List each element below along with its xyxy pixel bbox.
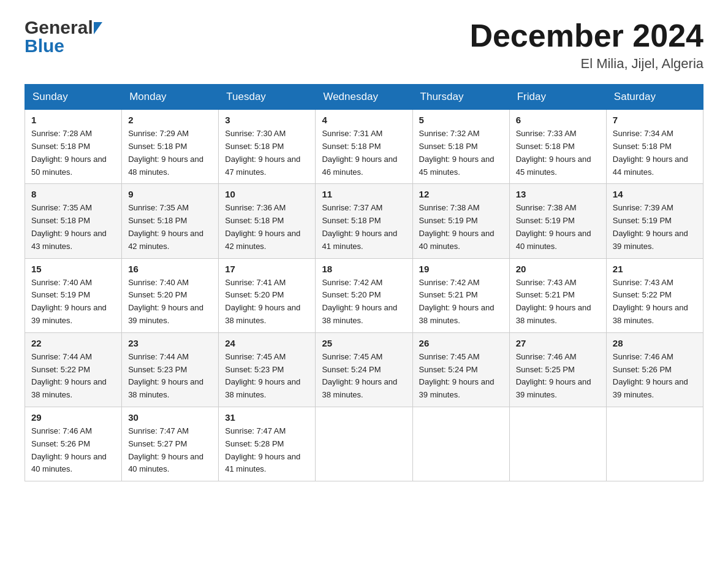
day-number: 4 (322, 115, 406, 125)
day-number: 17 (225, 264, 309, 274)
logo: General Blue (25, 18, 103, 55)
calendar-table: SundayMondayTuesdayWednesdayThursdayFrid… (25, 84, 703, 481)
day-info: Sunrise: 7:44 AMSunset: 5:23 PMDaylight:… (128, 352, 203, 399)
day-info: Sunrise: 7:45 AMSunset: 5:24 PMDaylight:… (419, 352, 495, 399)
day-header-monday: Monday (122, 85, 219, 110)
day-header-sunday: Sunday (25, 85, 122, 110)
calendar-cell: 9 Sunrise: 7:35 AMSunset: 5:18 PMDayligh… (122, 184, 219, 258)
calendar-cell: 20 Sunrise: 7:43 AMSunset: 5:21 PMDaylig… (509, 258, 606, 332)
day-info: Sunrise: 7:29 AMSunset: 5:18 PMDaylight:… (128, 129, 203, 176)
calendar-cell: 28 Sunrise: 7:46 AMSunset: 5:26 PMDaylig… (606, 332, 703, 407)
day-number: 23 (128, 338, 212, 348)
calendar-cell: 23 Sunrise: 7:44 AMSunset: 5:23 PMDaylig… (122, 332, 219, 407)
day-number: 22 (31, 338, 115, 348)
calendar-cell: 26 Sunrise: 7:45 AMSunset: 5:24 PMDaylig… (412, 332, 509, 407)
day-info: Sunrise: 7:42 AMSunset: 5:20 PMDaylight:… (322, 278, 397, 325)
calendar-cell: 15 Sunrise: 7:40 AMSunset: 5:19 PMDaylig… (25, 258, 122, 332)
calendar-cell (509, 407, 606, 481)
day-info: Sunrise: 7:28 AMSunset: 5:18 PMDaylight:… (31, 129, 107, 176)
day-info: Sunrise: 7:33 AMSunset: 5:18 PMDaylight:… (516, 129, 591, 176)
day-info: Sunrise: 7:32 AMSunset: 5:18 PMDaylight:… (419, 129, 495, 176)
day-header-friday: Friday (509, 85, 606, 110)
day-number: 5 (419, 115, 503, 125)
day-info: Sunrise: 7:41 AMSunset: 5:20 PMDaylight:… (225, 278, 300, 325)
calendar-cell: 4 Sunrise: 7:31 AMSunset: 5:18 PMDayligh… (316, 110, 412, 184)
day-number: 31 (225, 412, 309, 423)
calendar-cell: 11 Sunrise: 7:37 AMSunset: 5:18 PMDaylig… (316, 184, 412, 258)
calendar-week-row: 15 Sunrise: 7:40 AMSunset: 5:19 PMDaylig… (25, 258, 703, 332)
day-number: 10 (225, 189, 309, 199)
day-info: Sunrise: 7:38 AMSunset: 5:19 PMDaylight:… (516, 203, 591, 250)
day-number: 27 (516, 338, 600, 348)
page-header: General Blue December 2024 El Milia, Jij… (25, 18, 703, 72)
day-info: Sunrise: 7:39 AMSunset: 5:19 PMDaylight:… (613, 203, 688, 250)
day-number: 30 (128, 412, 212, 423)
calendar-cell: 6 Sunrise: 7:33 AMSunset: 5:18 PMDayligh… (509, 110, 606, 184)
day-info: Sunrise: 7:43 AMSunset: 5:21 PMDaylight:… (516, 278, 591, 325)
day-header-wednesday: Wednesday (316, 85, 412, 110)
day-number: 24 (225, 338, 309, 348)
month-title: December 2024 (469, 18, 703, 53)
day-header-tuesday: Tuesday (219, 85, 316, 110)
day-number: 12 (419, 189, 503, 199)
calendar-cell: 1 Sunrise: 7:28 AMSunset: 5:18 PMDayligh… (25, 110, 122, 184)
day-number: 13 (516, 189, 600, 199)
day-info: Sunrise: 7:46 AMSunset: 5:26 PMDaylight:… (613, 352, 688, 399)
day-number: 7 (613, 115, 697, 125)
calendar-cell: 3 Sunrise: 7:30 AMSunset: 5:18 PMDayligh… (219, 110, 316, 184)
day-info: Sunrise: 7:45 AMSunset: 5:24 PMDaylight:… (322, 352, 397, 399)
calendar-cell: 17 Sunrise: 7:41 AMSunset: 5:20 PMDaylig… (219, 258, 316, 332)
calendar-cell: 10 Sunrise: 7:36 AMSunset: 5:18 PMDaylig… (219, 184, 316, 258)
day-number: 2 (128, 115, 212, 125)
day-info: Sunrise: 7:47 AMSunset: 5:27 PMDaylight:… (128, 426, 203, 473)
calendar-cell: 25 Sunrise: 7:45 AMSunset: 5:24 PMDaylig… (316, 332, 412, 407)
day-info: Sunrise: 7:35 AMSunset: 5:18 PMDaylight:… (31, 203, 107, 250)
day-info: Sunrise: 7:42 AMSunset: 5:21 PMDaylight:… (419, 278, 495, 325)
day-number: 18 (322, 264, 406, 274)
calendar-cell: 14 Sunrise: 7:39 AMSunset: 5:19 PMDaylig… (606, 184, 703, 258)
day-info: Sunrise: 7:46 AMSunset: 5:25 PMDaylight:… (516, 352, 591, 399)
day-header-thursday: Thursday (412, 85, 509, 110)
calendar-cell: 29 Sunrise: 7:46 AMSunset: 5:26 PMDaylig… (25, 407, 122, 481)
day-info: Sunrise: 7:35 AMSunset: 5:18 PMDaylight:… (128, 203, 203, 250)
location: El Milia, Jijel, Algeria (469, 56, 703, 72)
calendar-cell (606, 407, 703, 481)
calendar-week-row: 1 Sunrise: 7:28 AMSunset: 5:18 PMDayligh… (25, 110, 703, 184)
day-number: 9 (128, 189, 212, 199)
day-number: 3 (225, 115, 309, 125)
day-number: 1 (31, 115, 115, 125)
calendar-cell: 24 Sunrise: 7:45 AMSunset: 5:23 PMDaylig… (219, 332, 316, 407)
day-info: Sunrise: 7:36 AMSunset: 5:18 PMDaylight:… (225, 203, 300, 250)
day-number: 11 (322, 189, 406, 199)
day-header-saturday: Saturday (606, 85, 703, 110)
calendar-cell: 13 Sunrise: 7:38 AMSunset: 5:19 PMDaylig… (509, 184, 606, 258)
day-number: 6 (516, 115, 600, 125)
day-info: Sunrise: 7:46 AMSunset: 5:26 PMDaylight:… (31, 426, 107, 473)
day-number: 26 (419, 338, 503, 348)
logo-general: General (25, 18, 93, 37)
calendar-header-row: SundayMondayTuesdayWednesdayThursdayFrid… (25, 85, 703, 110)
calendar-cell: 7 Sunrise: 7:34 AMSunset: 5:18 PMDayligh… (606, 110, 703, 184)
day-info: Sunrise: 7:30 AMSunset: 5:18 PMDaylight:… (225, 129, 300, 176)
title-section: December 2024 El Milia, Jijel, Algeria (469, 18, 703, 72)
calendar-cell: 12 Sunrise: 7:38 AMSunset: 5:19 PMDaylig… (412, 184, 509, 258)
day-number: 29 (31, 412, 115, 423)
calendar-cell: 2 Sunrise: 7:29 AMSunset: 5:18 PMDayligh… (122, 110, 219, 184)
day-number: 20 (516, 264, 600, 274)
day-info: Sunrise: 7:45 AMSunset: 5:23 PMDaylight:… (225, 352, 300, 399)
calendar-week-row: 8 Sunrise: 7:35 AMSunset: 5:18 PMDayligh… (25, 184, 703, 258)
calendar-cell (316, 407, 412, 481)
logo-blue: Blue (25, 37, 64, 55)
calendar-cell: 31 Sunrise: 7:47 AMSunset: 5:28 PMDaylig… (219, 407, 316, 481)
calendar-cell: 8 Sunrise: 7:35 AMSunset: 5:18 PMDayligh… (25, 184, 122, 258)
day-info: Sunrise: 7:38 AMSunset: 5:19 PMDaylight:… (419, 203, 495, 250)
day-info: Sunrise: 7:31 AMSunset: 5:18 PMDaylight:… (322, 129, 397, 176)
calendar-cell: 22 Sunrise: 7:44 AMSunset: 5:22 PMDaylig… (25, 332, 122, 407)
day-info: Sunrise: 7:40 AMSunset: 5:20 PMDaylight:… (128, 278, 203, 325)
calendar-week-row: 29 Sunrise: 7:46 AMSunset: 5:26 PMDaylig… (25, 407, 703, 481)
calendar-cell: 27 Sunrise: 7:46 AMSunset: 5:25 PMDaylig… (509, 332, 606, 407)
day-info: Sunrise: 7:47 AMSunset: 5:28 PMDaylight:… (225, 426, 300, 473)
calendar-cell: 30 Sunrise: 7:47 AMSunset: 5:27 PMDaylig… (122, 407, 219, 481)
day-number: 25 (322, 338, 406, 348)
calendar-cell: 5 Sunrise: 7:32 AMSunset: 5:18 PMDayligh… (412, 110, 509, 184)
